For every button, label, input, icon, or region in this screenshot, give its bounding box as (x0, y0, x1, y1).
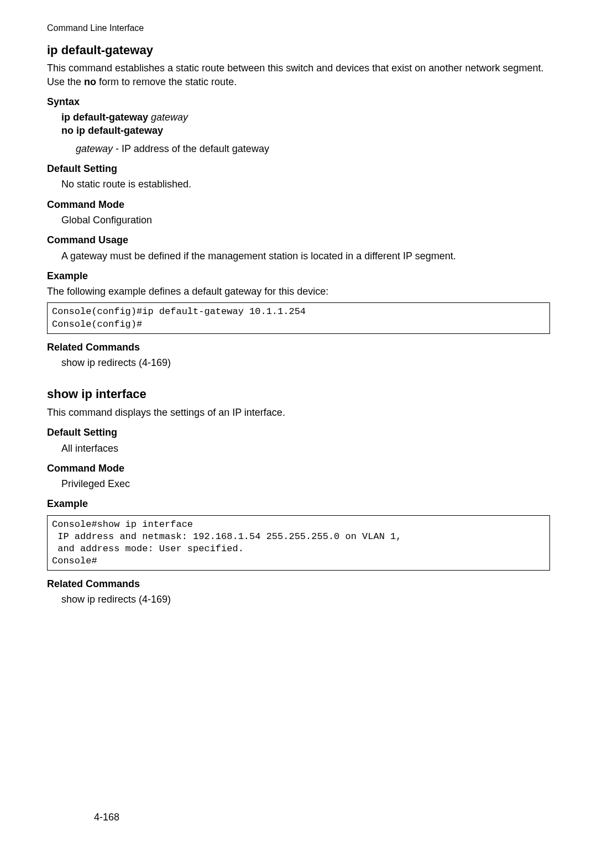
command-intro: This command establishes a static route … (47, 61, 550, 88)
command-mode-text: Privileged Exec (61, 477, 550, 490)
page-number: 4-168 (94, 811, 119, 824)
example-intro: The following example defines a default … (47, 285, 550, 298)
syntax-heading: Syntax (47, 95, 550, 108)
param-desc: - IP address of the default gateway (113, 143, 269, 154)
command-mode-heading: Command Mode (47, 198, 550, 211)
command-title: show ip interface (47, 386, 550, 402)
related-commands-text: show ip redirects (4-169) (61, 356, 550, 369)
related-commands-text: show ip redirects (4-169) (61, 593, 550, 606)
syntax-param: gateway - IP address of the default gate… (76, 142, 550, 155)
param-name: gateway (76, 143, 113, 154)
example-heading: Example (47, 269, 550, 283)
command-title: ip default-gateway (47, 42, 550, 59)
related-commands-heading: Related Commands (47, 341, 550, 354)
command-intro: This command displays the settings of an… (47, 406, 550, 419)
syntax-line-no: no ip default-gateway (61, 124, 550, 137)
related-commands-heading: Related Commands (47, 577, 550, 590)
running-header: Command Line Interface (47, 22, 550, 34)
command-mode-heading: Command Mode (47, 462, 550, 475)
intro-text-post: form to remove the static route. (96, 76, 237, 87)
syntax-argument: gateway (151, 112, 188, 123)
command-usage-text: A gateway must be defined if the managem… (61, 249, 550, 263)
example-code-block: Console#show ip interface IP address and… (47, 515, 550, 571)
default-setting-text: All interfaces (61, 442, 550, 455)
default-setting-heading: Default Setting (47, 162, 550, 175)
example-heading: Example (47, 497, 550, 510)
example-code-block: Console(config)#ip default-gateway 10.1.… (47, 302, 550, 333)
syntax-line: ip default-gateway gateway (61, 111, 550, 124)
command-usage-heading: Command Usage (47, 233, 550, 247)
command-mode-text: Global Configuration (61, 213, 550, 227)
default-setting-text: No static route is established. (61, 177, 550, 191)
default-setting-heading: Default Setting (47, 426, 550, 439)
intro-no-keyword: no (84, 76, 96, 87)
syntax-command: ip default-gateway (61, 112, 148, 123)
